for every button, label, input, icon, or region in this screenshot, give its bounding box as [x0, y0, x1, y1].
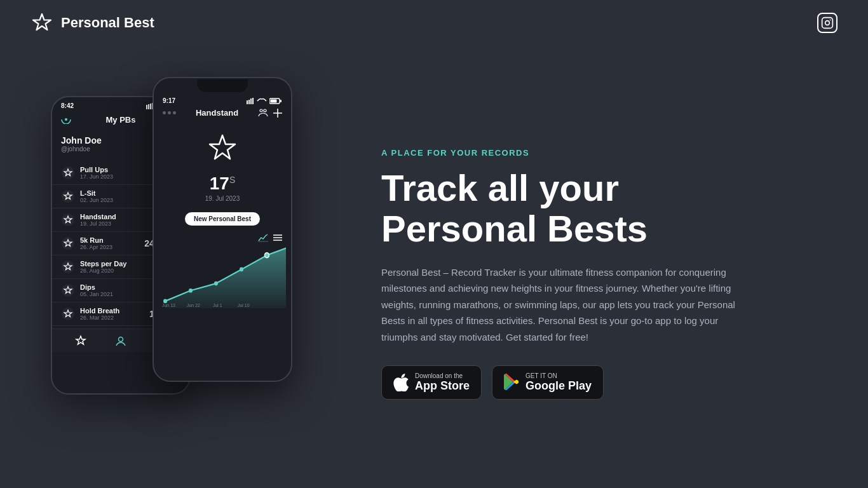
svg-point-26 — [118, 337, 123, 342]
headline: Track all your Personal Bests — [381, 168, 737, 249]
chart-controls — [159, 231, 286, 245]
svg-rect-5 — [150, 104, 151, 109]
item-info: 5k Run 26. Apr 2023 — [80, 236, 139, 250]
instagram-button[interactable] — [817, 13, 837, 33]
section-label: A PLACE FOR YOUR RECORDS — [381, 148, 737, 158]
detail-value: 17S — [210, 173, 236, 194]
item-info: Pull Ups 17. Jun 2023 — [80, 166, 149, 180]
google-play-icon — [504, 374, 519, 391]
google-play-button[interactable]: GET IT ON Google Play — [492, 365, 604, 400]
svg-text:Jul 10: Jul 10 — [238, 302, 250, 308]
hero-description: Personal Best – Record Tracker is your u… — [381, 264, 737, 346]
user-handle: @johndoe — [61, 146, 102, 152]
svg-rect-35 — [280, 100, 281, 102]
svg-point-10 — [65, 118, 67, 121]
svg-rect-0 — [822, 18, 833, 29]
svg-point-46 — [214, 281, 218, 286]
svg-rect-31 — [250, 98, 252, 104]
svg-rect-4 — [148, 104, 149, 109]
logo: Personal Best — [31, 11, 154, 34]
svg-text:Jun 22: Jun 22 — [187, 302, 200, 308]
chart-area: Jun 13 Jun 22 Jul 1 Jul 10 — [154, 231, 291, 311]
detail-star-area: 17S 19. Jul 2023 — [154, 120, 291, 207]
svg-rect-30 — [248, 100, 250, 104]
google-play-text: GET IT ON Google Play — [526, 372, 592, 393]
svg-rect-34 — [271, 99, 277, 102]
svg-text:Jun 13: Jun 13 — [162, 302, 175, 308]
item-info: Dips 05. Jan 2021 — [80, 283, 149, 297]
detail-date: 19. Jul 2023 — [205, 195, 240, 202]
hero-text: A PLACE FOR YOUR RECORDS Track all your … — [381, 148, 737, 400]
svg-point-37 — [264, 109, 266, 112]
user-info: John Doe @johndoe — [61, 135, 102, 152]
detail-header: Handstand — [154, 105, 291, 120]
app-store-text: Download on the App Store — [415, 372, 470, 393]
item-info: L-Sit 02. Jun 2023 — [80, 189, 161, 203]
svg-point-47 — [240, 268, 243, 272]
user-name: John Doe — [61, 135, 102, 146]
svg-point-1 — [825, 21, 830, 25]
svg-rect-32 — [252, 98, 254, 104]
app-name: Personal Best — [61, 15, 154, 31]
star-logo-icon — [31, 11, 53, 34]
list-title: My PBs — [106, 115, 136, 125]
svg-rect-3 — [146, 105, 147, 109]
new-pb-badge: New Personal Best — [185, 212, 260, 226]
phone-front: 9:17 Handstand — [153, 77, 292, 382]
svg-text:Jul 1: Jul 1 — [213, 302, 222, 308]
item-info: Steps per Day 26. Aug 2020 — [80, 260, 151, 274]
app-store-button[interactable]: Download on the App Store — [381, 365, 482, 400]
svg-point-2 — [830, 20, 831, 21]
store-buttons: Download on the App Store GET IT ON Goog… — [381, 365, 737, 400]
svg-point-48 — [265, 253, 269, 258]
apple-icon — [393, 374, 409, 391]
svg-rect-29 — [247, 100, 248, 104]
item-info: Handstand 19. Jul 2023 — [80, 213, 161, 227]
phones-mockup: 8:42 My PBs John Doe @johndoe — [51, 77, 356, 471]
svg-point-36 — [260, 109, 262, 112]
svg-point-45 — [189, 288, 193, 293]
item-info: Hold Breath 26. Mar 2022 — [80, 307, 144, 321]
exercise-name: Handstand — [196, 108, 238, 118]
status-bar-front: 9:17 — [154, 92, 291, 105]
